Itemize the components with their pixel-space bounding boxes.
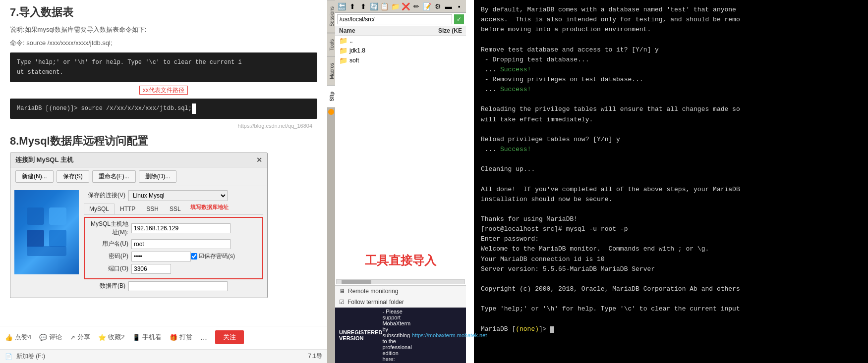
reward-label: 打赏 <box>179 333 192 342</box>
share-icon: ↗ <box>70 334 75 341</box>
unregistered-badge: UNREGISTERED VERSION <box>339 329 382 341</box>
address-input[interactable] <box>337 14 452 24</box>
status-text: - Please support MobaXterm by subscribin… <box>382 309 411 362</box>
terminal-line-30 <box>481 294 861 304</box>
svg-rect-2 <box>27 230 44 247</box>
sftp-tab[interactable]: Sftp <box>327 85 335 107</box>
code-line-3: MariaDB [(none)]> source /x/xx/x/xx/xxx/… <box>17 105 192 112</box>
folder-icon-parent: 📁 <box>339 37 347 45</box>
tab-ssl[interactable]: SSL <box>164 204 186 214</box>
mysql-dialog: 连接到 MySQL 主机 ✕ 新建(N)... 保存(S) 重命名(E)... … <box>10 153 268 298</box>
follow-button[interactable]: 关注 <box>215 330 244 344</box>
toolbar-icon-7[interactable]: ❌ <box>401 1 411 11</box>
dialog-titlebar: 连接到 MySQL 主机 ✕ <box>10 153 267 167</box>
toolbar-icon-4[interactable]: 🔄 <box>369 1 379 11</box>
host-row: MySQL主机地址(M): <box>87 220 260 237</box>
tab-ssh[interactable]: SSH <box>141 204 164 214</box>
collect-action[interactable]: ⭐ 收藏2 <box>98 333 124 342</box>
save-pwd-label[interactable]: ☑保存密码(s) <box>191 252 235 260</box>
toolbar-icon-8[interactable]: ✏ <box>412 1 422 11</box>
terminal-line-17: Cleaning up... <box>481 164 861 174</box>
toolbar-icon-9[interactable]: 📝 <box>422 1 432 11</box>
h-scrollbar-thumb[interactable] <box>342 280 371 284</box>
dialog-title: 连接到 MySQL 主机 <box>15 156 73 164</box>
terminal-line-14: Reload privilege tables now? [Y/n] y <box>481 135 861 145</box>
host-label: MySQL主机地址(M): <box>87 220 131 237</box>
save-pwd-checkbox[interactable] <box>191 253 197 259</box>
code-block-2: MariaDB [(none)]> source /x/xx/x/xx/xxx/… <box>10 99 317 118</box>
terminal-line-12: will take effect immediately. <box>481 115 861 125</box>
go-button[interactable]: ✓ <box>454 14 464 24</box>
terminal-line-3: before moving into a production environm… <box>481 25 861 35</box>
tab-http[interactable]: HTTP <box>115 204 141 214</box>
follow-terminal-item[interactable]: ☑ Follow terminal folder <box>335 297 466 308</box>
status-link[interactable]: https://mobaxterm.mobatek.net <box>412 332 487 338</box>
terminal-line-7: ... Success! <box>481 65 861 75</box>
svg-rect-3 <box>49 230 66 247</box>
terminal-line-21 <box>481 205 861 214</box>
code-block-1: Type 'help;' or '\h' for help. Type '\c'… <box>10 52 317 83</box>
none-highlight: (none) <box>516 325 539 333</box>
user-input[interactable] <box>131 239 231 249</box>
reward-icon: 🎁 <box>170 334 177 341</box>
annotation-fill: 填写数据库地址 <box>190 204 229 214</box>
sessions-tab[interactable]: Sessions <box>327 0 335 33</box>
terminal-line-11: Reloading the privilege tables will ensu… <box>481 104 861 114</box>
monitor-icon: 🖥 <box>339 288 345 295</box>
h-scrollbar[interactable] <box>336 279 465 284</box>
terminal-line-15: ... Success! <box>481 145 861 155</box>
file-item-soft[interactable]: 📁 soft <box>335 55 466 65</box>
macros-tab[interactable]: Macros <box>327 56 335 85</box>
collect-icon: ⭐ <box>98 334 106 341</box>
checkbox-icon: ☑ <box>339 299 345 306</box>
btn-delete[interactable]: 删除(D)... <box>139 170 177 183</box>
tab-mysql[interactable]: MySQL <box>84 204 115 214</box>
toolbar-icon-11[interactable]: ▬ <box>444 1 454 11</box>
btn-save[interactable]: 保存(S) <box>57 170 89 183</box>
terminal-line-29: Copyright (c) 2000, 2018, Oracle, MariaD… <box>481 284 861 294</box>
col-name-header: Name <box>339 27 438 34</box>
toolbar-icon-10[interactable]: ⚙ <box>433 1 443 11</box>
success-1: Success! <box>500 66 531 73</box>
btn-new[interactable]: 新建(N)... <box>15 170 54 183</box>
reward-action[interactable]: 🎁 打赏 <box>170 333 192 342</box>
like-action[interactable]: 👍 点赞4 <box>5 333 31 342</box>
comment-action[interactable]: 💬 评论 <box>39 333 62 342</box>
toolbar-icon-5[interactable]: 📋 <box>380 1 390 11</box>
tools-tab[interactable]: Tools <box>327 33 335 56</box>
share-action[interactable]: ↗ 分享 <box>70 333 90 342</box>
toolbar-icon-3[interactable]: ⬆ <box>358 1 368 11</box>
db-label: 数据库(B) <box>84 282 128 290</box>
file-item-parent[interactable]: 📁 .. <box>335 36 466 46</box>
toolbar-icon-2[interactable]: ⬆ <box>348 1 358 11</box>
save-conn-select[interactable]: Linux Mysql <box>128 190 228 201</box>
more-label: ... <box>200 333 207 342</box>
terminal-line-26: Your MariaDB connection id is 10 <box>481 255 861 264</box>
toolbar-icon-6[interactable]: 📁 <box>391 1 401 11</box>
pwd-input[interactable] <box>131 252 191 261</box>
side-tab-panel: Sessions Tools Macros Sftp <box>327 0 335 363</box>
dialog-toolbar: 新建(N)... 保存(S) 重命名(E)... 删除(D)... <box>10 167 267 186</box>
terminal-line-18 <box>481 174 861 184</box>
db-input[interactable] <box>128 281 228 291</box>
address-bar: ✓ <box>335 13 466 26</box>
file-item-jdk[interactable]: 📁 jdk1.8 <box>335 46 466 55</box>
svg-rect-1 <box>49 207 66 225</box>
btn-rename[interactable]: 重命名(E)... <box>92 170 136 183</box>
terminal-line-5: Remove test database and access to it? [… <box>481 45 861 55</box>
dialog-image <box>14 190 79 274</box>
dialog-close-button[interactable]: ✕ <box>256 156 262 164</box>
toolbar-icon-1[interactable]: 🔙 <box>337 1 347 11</box>
save-conn-row: 保存的连接(V) Linux Mysql <box>84 190 263 201</box>
bottom-text: 新加卷 (F:) <box>16 352 45 361</box>
more-action[interactable]: ... <box>200 333 207 342</box>
phone-action[interactable]: 📱 手机看 <box>132 333 162 342</box>
port-input[interactable] <box>131 264 171 274</box>
remote-monitor-item[interactable]: 🖥 Remote monitoring <box>335 286 466 297</box>
host-input[interactable] <box>131 223 231 233</box>
folder-icon-soft: 📁 <box>339 56 347 64</box>
action-bar: 👍 点赞4 💬 评论 ↗ 分享 ⭐ 收藏2 📱 手机看 🎁 打赏 ... 关注 <box>0 326 327 348</box>
port-label: 端口(O) <box>87 264 131 273</box>
terminal-line-23: [root@localhost src]# mysql -u root -p <box>481 224 861 234</box>
toolbar-icon-12[interactable]: ▪ <box>455 1 464 11</box>
